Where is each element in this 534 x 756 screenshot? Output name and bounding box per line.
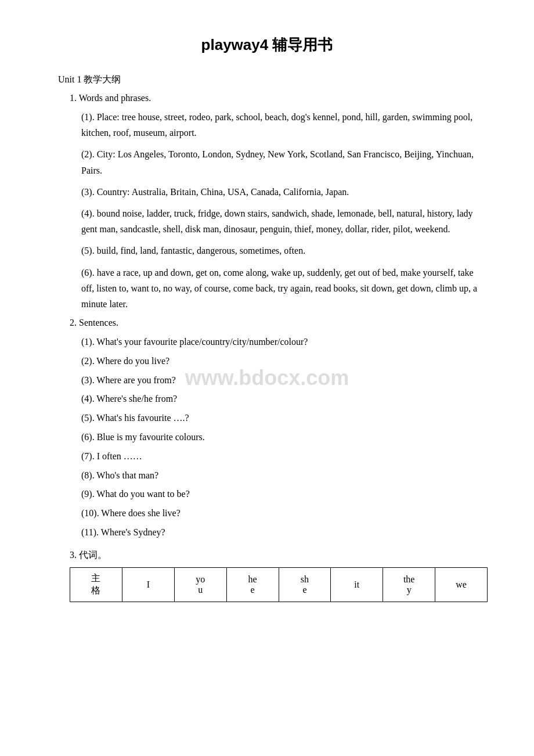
- sentence-5: (5). What's his favourite ….?: [81, 410, 488, 427]
- item-1-text: Place: tree house, street, rodeo, park, …: [81, 112, 472, 138]
- pronouns-table: 主 格 I yo u he e sh e: [70, 567, 488, 602]
- item-5-text: build, find, land, fantastic, dangerous,…: [97, 246, 305, 255]
- section-2-label: Sentences.: [79, 318, 118, 327]
- cell-she: sh e: [279, 567, 331, 602]
- cell-we: we: [435, 567, 488, 602]
- item-6-num: (6).: [81, 268, 95, 278]
- item-5-num: (5).: [81, 246, 95, 255]
- words-item-1: (1). Place: tree house, street, rodeo, p…: [81, 109, 488, 141]
- words-item-4: (4). bound noise, ladder, truck, fridge,…: [81, 206, 488, 237]
- words-item-2: (2). City: Los Angeles, Toronto, London,…: [81, 146, 488, 178]
- section-3-number: 3.: [70, 550, 77, 560]
- pronouns-section: 3. 代词。 主 格 I yo u he e: [70, 549, 488, 602]
- sentence-7: (7). I often ……: [81, 448, 488, 465]
- page-title: playway4 辅导用书: [46, 35, 488, 55]
- cell-zhu: 主: [76, 573, 116, 585]
- section-1-heading: 1. Words and phrases.: [70, 93, 488, 103]
- cell-he: he e: [226, 567, 279, 602]
- pronouns-heading: 3. 代词。: [70, 549, 488, 561]
- item-3-num: (3).: [81, 187, 95, 197]
- cell-it: it: [331, 567, 383, 602]
- item-2-num: (2).: [81, 149, 95, 159]
- cell-I: I: [122, 567, 174, 602]
- words-item-5: (5). build, find, land, fantastic, dange…: [81, 243, 488, 258]
- sentence-2: (2). Where do you live?: [81, 353, 488, 370]
- item-4-num: (4).: [81, 208, 95, 218]
- sentence-1: (1). What's your favourite place/country…: [81, 334, 488, 351]
- section-2-number: 2.: [70, 318, 77, 327]
- item-3-text: Country: Australia, Britain, China, USA,…: [97, 187, 349, 197]
- section-3-label: 代词。: [79, 550, 107, 560]
- table-row: 主 格 I yo u he e sh e: [70, 567, 488, 602]
- cell-zhu-ge: 主 格: [70, 567, 122, 602]
- unit-heading: Unit 1 教学大纲: [58, 74, 488, 86]
- item-2-text: City: Los Angeles, Toronto, London, Sydn…: [81, 149, 474, 175]
- section-2-heading: 2. Sentences.: [70, 318, 488, 328]
- cell-they: the y: [383, 567, 435, 602]
- item-4-text: bound noise, ladder, truck, fridge, down…: [81, 208, 473, 234]
- section-1-label: Words and phrases.: [79, 93, 151, 103]
- cell-you: yo u: [174, 567, 226, 602]
- sentence-3: (3). Where are you from?: [81, 372, 488, 389]
- sentence-4: (4). Where's she/he from?: [81, 391, 488, 408]
- item-6-text: have a race, up and down, get on, come a…: [81, 268, 477, 309]
- item-1-num: (1).: [81, 112, 95, 122]
- words-item-3: (3). Country: Australia, Britain, China,…: [81, 184, 488, 200]
- sentence-9: (9). What do you want to be?: [81, 486, 488, 503]
- cell-ge: 格: [76, 585, 116, 597]
- sentence-11: (11). Where's Sydney?: [81, 524, 488, 541]
- sentence-6: (6). Blue is my favourite colours.: [81, 429, 488, 446]
- section-1-number: 1.: [70, 93, 77, 103]
- sentence-10: (10). Where does she live?: [81, 505, 488, 522]
- words-item-6: (6). have a race, up and down, get on, c…: [81, 265, 488, 312]
- sentence-8: (8). Who's that man?: [81, 467, 488, 484]
